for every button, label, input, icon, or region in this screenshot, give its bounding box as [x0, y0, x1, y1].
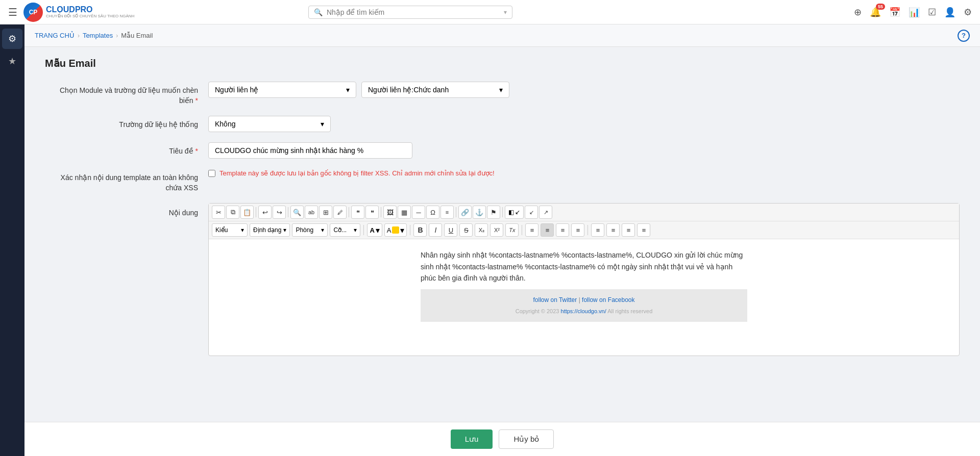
- anchor-button[interactable]: ⚑: [487, 206, 500, 219]
- toolbar-sep-6: [502, 207, 503, 217]
- underline-button[interactable]: U: [444, 223, 457, 237]
- font-color-button[interactable]: A ▾: [367, 223, 382, 237]
- settings-icon[interactable]: ⚙: [964, 7, 972, 18]
- underline-icon: ▾: [376, 225, 380, 235]
- subject-label: Tiêu đề *: [45, 142, 208, 157]
- table-button[interactable]: ▦: [398, 206, 411, 219]
- spell-button[interactable]: 🖉: [333, 206, 347, 219]
- align-block-button[interactable]: ⊞: [319, 206, 332, 219]
- bold-button[interactable]: B: [413, 223, 427, 237]
- copy-button[interactable]: ⧉: [226, 206, 239, 219]
- page-title: Mẫu Email: [45, 57, 960, 69]
- user-icon[interactable]: 👤: [944, 7, 955, 18]
- strikethrough-button[interactable]: S: [459, 223, 473, 237]
- xss-checkbox[interactable]: [208, 170, 215, 177]
- breadcrumb: TRANG CHỦ › Templates › Mẫu Email: [35, 32, 153, 39]
- footer-links: follow on Twitter | follow on Facebook: [427, 295, 741, 305]
- format-dropdown[interactable]: Định dạng ▾: [250, 223, 290, 237]
- chevron-down-icon: ▾: [504, 9, 507, 16]
- clear-format-button[interactable]: Tx: [505, 223, 519, 237]
- blockquote-button[interactable]: ❝: [351, 206, 364, 219]
- subscript-button[interactable]: X₂: [475, 223, 488, 237]
- outdent-button[interactable]: ≡: [622, 223, 635, 237]
- size-dropdown[interactable]: Cỡ... ▾: [330, 223, 360, 237]
- bg-color-button[interactable]: A ▾: [384, 223, 407, 237]
- template-btn[interactable]: ≡: [440, 206, 454, 219]
- copyright-link[interactable]: https://cloudgo.vn/: [561, 308, 606, 314]
- align-center-button[interactable]: ≡: [541, 223, 554, 237]
- breadcrumb-current: Mẫu Email: [121, 32, 153, 39]
- save-button[interactable]: Lưu: [451, 429, 493, 449]
- system-data-controls: Không ▾: [208, 116, 960, 132]
- toolbar-sep-5: [456, 207, 456, 217]
- module-field-select[interactable]: Người liên hệ:Chức danh ▾: [361, 82, 509, 98]
- align-right-button[interactable]: ≡: [556, 223, 569, 237]
- toolbar-sep-1: [256, 207, 256, 217]
- xss-warning: Template này sẽ được lưu lại bản gốc khô…: [219, 169, 495, 178]
- xss-label: Xác nhận nội dung template an toàn không…: [45, 169, 208, 193]
- calendar-icon[interactable]: 📅: [889, 7, 900, 18]
- align-left-button[interactable]: ≡: [525, 223, 538, 237]
- link-button[interactable]: 🔗: [458, 206, 472, 219]
- sidebar-item-settings[interactable]: ⚙: [2, 29, 22, 49]
- html-button[interactable]: ◧ ↙: [505, 206, 524, 219]
- toolbar2-sep-1: [363, 225, 364, 235]
- blockquote2-button[interactable]: ❝: [365, 206, 379, 219]
- align-justify-button[interactable]: ≡: [571, 223, 584, 237]
- add-icon[interactable]: ⊕: [854, 7, 862, 18]
- toolbar2-sep-3: [522, 225, 522, 235]
- font-color-icon: A: [370, 226, 374, 234]
- font-dropdown[interactable]: Phòng ▾: [292, 223, 328, 237]
- notification-icon[interactable]: 🔔 55: [870, 7, 881, 18]
- image-button[interactable]: 🖼: [383, 206, 397, 219]
- style-dropdown[interactable]: Kiểu ▾: [212, 223, 248, 237]
- hamburger-menu[interactable]: ☰: [8, 6, 17, 18]
- replace-button[interactable]: ab: [305, 206, 318, 219]
- italic-button[interactable]: I: [429, 223, 442, 237]
- toolbar-sep-3: [349, 207, 349, 217]
- redo-button[interactable]: ↪: [273, 206, 286, 219]
- unordered-list-button[interactable]: ≡: [606, 223, 620, 237]
- unlink-button[interactable]: ⚓: [473, 206, 486, 219]
- symbol-button[interactable]: Ω: [426, 206, 439, 219]
- fullscreen-button[interactable]: ↗: [539, 206, 552, 219]
- subject-required: *: [195, 147, 198, 155]
- content-label: Nội dung: [45, 203, 208, 218]
- indent-button[interactable]: ≡: [637, 223, 650, 237]
- subject-input[interactable]: [208, 142, 412, 159]
- color-preview: [392, 226, 399, 234]
- undo-button[interactable]: ↩: [258, 206, 272, 219]
- footer-sep: |: [579, 296, 580, 303]
- module-row: Chọn Module và trường dữ liệu muốn chèn …: [45, 82, 960, 106]
- cancel-button[interactable]: Hủy bỏ: [499, 429, 554, 449]
- hr-button[interactable]: ─: [412, 206, 425, 219]
- editor-content[interactable]: Nhân ngày sinh nhật %contacts-lastname% …: [209, 239, 959, 341]
- facebook-link[interactable]: follow on Facebook: [582, 296, 634, 303]
- breadcrumb-templates[interactable]: Templates: [83, 32, 113, 39]
- source-button[interactable]: ↙: [525, 206, 538, 219]
- twitter-link[interactable]: follow on Twitter: [533, 296, 577, 303]
- find-button[interactable]: 🔍: [290, 206, 304, 219]
- help-icon[interactable]: ?: [958, 30, 970, 42]
- email-paragraph: Nhân ngày sinh nhật %contacts-lastname% …: [421, 249, 747, 284]
- tasks-icon[interactable]: ☑: [928, 7, 936, 18]
- subject-controls: [208, 142, 960, 159]
- chart-icon[interactable]: 📊: [909, 7, 920, 18]
- cut-button[interactable]: ✂: [212, 206, 225, 219]
- ordered-list-button[interactable]: ≡: [591, 223, 604, 237]
- logo-sub-text: CHUYỂN ĐỔI SỐ CHUYÊN SÂU THEO NGÀNH: [46, 14, 134, 19]
- toolbar-row1: ✂ ⧉ 📋 ↩ ↪ 🔍 ab ⊞ 🖉 ❝: [209, 204, 959, 221]
- editor-area: ✂ ⧉ 📋 ↩ ↪ 🔍 ab ⊞ 🖉 ❝: [208, 203, 960, 356]
- module-select[interactable]: Người liên hệ ▾: [208, 82, 356, 98]
- chevron-down-icon: ▾: [321, 120, 324, 128]
- system-data-label: Trường dữ liệu hệ thống: [45, 116, 208, 130]
- paste-button[interactable]: 📋: [240, 206, 254, 219]
- copyright: Copyright © 2023 https://cloudgo.vn/ All…: [427, 307, 741, 316]
- system-data-select[interactable]: Không ▾: [208, 116, 331, 132]
- sidebar-item-star[interactable]: ★: [2, 51, 22, 71]
- superscript-button[interactable]: X²: [490, 223, 503, 237]
- search-input[interactable]: [327, 8, 500, 16]
- toolbar-sep-4: [381, 207, 381, 217]
- breadcrumb-home[interactable]: TRANG CHỦ: [35, 32, 75, 39]
- xss-controls: Template này sẽ được lưu lại bản gốc khô…: [208, 169, 960, 178]
